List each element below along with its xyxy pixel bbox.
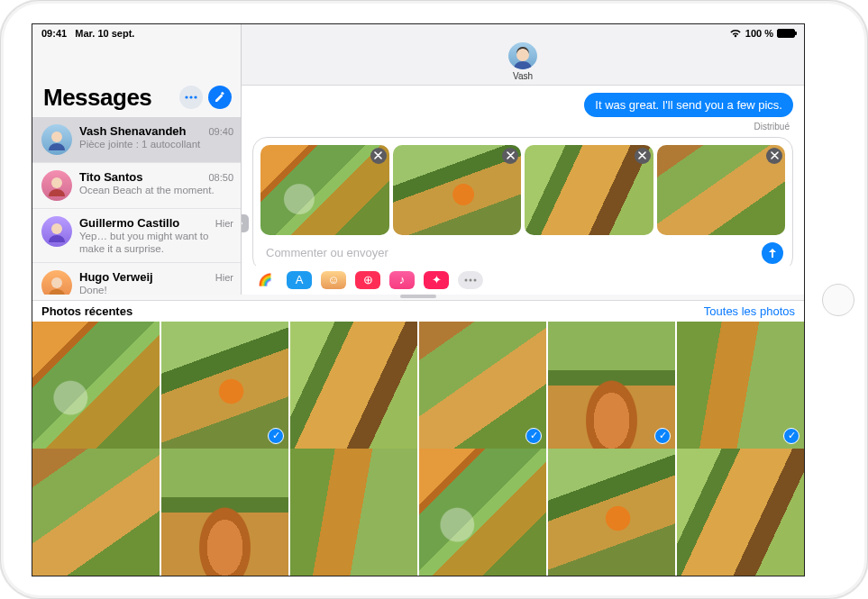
- home-button[interactable]: [822, 284, 854, 316]
- compose-button[interactable]: [208, 86, 232, 109]
- remove-photo-button[interactable]: [635, 148, 651, 164]
- chat-body: It was great. I'll send you a few pics. …: [242, 86, 804, 266]
- conversation-name: Guillermo Castillo: [79, 216, 179, 230]
- more-apps-button[interactable]: [458, 271, 483, 289]
- photo-image: [32, 322, 160, 449]
- message-row: It was great. I'll send you a few pics.: [252, 93, 793, 117]
- conversation-preview: Yep… but you might want to make it a sur…: [79, 230, 233, 256]
- svg-point-9: [470, 278, 472, 281]
- more-button[interactable]: [179, 86, 203, 109]
- photo-thumbnail[interactable]: [677, 449, 804, 576]
- photo-thumbnail: [260, 145, 389, 235]
- memoji-app[interactable]: ☺: [321, 271, 346, 289]
- conversation-row[interactable]: Hugo Verweij Hier Done!: [32, 263, 241, 294]
- sidebar-header: Messages: [32, 44, 241, 117]
- photo-image: [161, 322, 288, 449]
- compose-input[interactable]: Commenter ou envoyer: [262, 244, 756, 261]
- svg-point-6: [51, 277, 62, 288]
- svg-point-2: [194, 95, 196, 98]
- svg-point-7: [516, 49, 529, 61]
- conversation-preview: Done!: [79, 284, 233, 294]
- stickers-app[interactable]: ✦: [424, 271, 449, 289]
- avatar: [41, 216, 72, 247]
- photo-picker-header: Photos récentes Toutes les photos: [32, 300, 804, 322]
- selected-checkmark-icon: ✓: [654, 428, 671, 444]
- staged-photo[interactable]: [260, 145, 389, 235]
- photo-image: [548, 322, 675, 449]
- conversation-row[interactable]: Vash Shenavandeh 09:40 Pièce jointe : 1 …: [32, 117, 241, 163]
- remove-photo-button[interactable]: [766, 148, 782, 164]
- photo-thumbnail[interactable]: ✓: [161, 322, 288, 449]
- photo-thumbnail[interactable]: [32, 322, 160, 449]
- photo-grid-row-2: [32, 449, 804, 576]
- picker-title: Photos récentes: [41, 304, 132, 318]
- svg-point-1: [189, 95, 192, 98]
- app-title: Messages: [43, 84, 174, 112]
- selected-checkmark-icon: ✓: [525, 428, 542, 444]
- selected-checkmark-icon: ✓: [783, 428, 799, 444]
- status-left: 09:41 Mar. 10 sept.: [41, 28, 134, 39]
- svg-point-10: [474, 278, 477, 281]
- photo-thumbnail: [525, 145, 653, 235]
- avatar: [41, 170, 72, 201]
- photo-thumbnail[interactable]: [290, 449, 417, 576]
- photo-thumbnail[interactable]: [548, 449, 675, 576]
- photo-thumbnail[interactable]: ✓: [677, 322, 804, 449]
- avatar: [41, 270, 72, 294]
- photo-image: [161, 449, 288, 576]
- staged-photo[interactable]: [657, 145, 786, 235]
- photo-image: [290, 322, 417, 449]
- svg-point-0: [185, 95, 187, 98]
- conversation-row[interactable]: Guillermo Castillo Hier Yep… but you mig…: [32, 209, 241, 264]
- conversation-time: Hier: [215, 272, 233, 283]
- close-icon: [507, 151, 515, 159]
- send-button[interactable]: [762, 242, 783, 264]
- conversation-row[interactable]: Tito Santos 08:50 Ocean Beach at the mom…: [32, 163, 241, 209]
- photo-thumbnail[interactable]: ✓: [419, 322, 546, 449]
- all-photos-link[interactable]: Toutes les photos: [704, 304, 795, 318]
- photo-thumbnail[interactable]: ✓: [548, 322, 675, 449]
- status-time: 09:41: [41, 28, 67, 39]
- search-images-app[interactable]: ⊕: [355, 271, 380, 289]
- remove-photo-button[interactable]: [370, 148, 387, 164]
- conversation-time: 09:40: [208, 126, 233, 137]
- remove-photo-button[interactable]: [502, 148, 518, 164]
- photos-app[interactable]: 🌈: [252, 271, 278, 289]
- photo-thumbnail[interactable]: [290, 322, 417, 449]
- sent-message-bubble[interactable]: It was great. I'll send you a few pics.: [584, 93, 793, 117]
- conversations-sidebar: Messages Vash Shenavandeh 09:40 Pièce jo…: [32, 24, 242, 295]
- screen: 09:41 Mar. 10 sept. 100 % Messages: [32, 23, 805, 576]
- music-app[interactable]: ♪: [389, 271, 415, 289]
- photo-grid-row-1: ✓✓✓✓: [32, 322, 804, 449]
- conversation-time: Hier: [215, 218, 233, 229]
- close-icon: [771, 151, 779, 159]
- memoji-icon: [46, 275, 68, 294]
- staged-photos-row: [260, 145, 785, 235]
- photo-image: [548, 449, 675, 576]
- contact-name: Vash: [513, 71, 533, 81]
- chevron-right-icon: [242, 219, 244, 228]
- staged-photo[interactable]: [525, 145, 653, 235]
- photo-thumbnail[interactable]: [419, 449, 546, 576]
- ellipsis-icon: [185, 95, 197, 99]
- photo-thumbnail[interactable]: [32, 449, 160, 576]
- expand-staged-button[interactable]: [242, 214, 249, 232]
- delivery-status: Distribué: [252, 122, 793, 132]
- avatar: [41, 124, 72, 155]
- staged-photo[interactable]: [393, 145, 522, 235]
- conversation-time: 08:50: [208, 172, 233, 183]
- memoji-icon: [46, 129, 68, 150]
- memoji-icon: [46, 175, 68, 196]
- memoji-icon: [511, 46, 535, 69]
- photo-image: [290, 449, 417, 576]
- status-bar: 09:41 Mar. 10 sept. 100 %: [32, 24, 804, 42]
- svg-point-5: [51, 223, 62, 234]
- photo-image: [32, 449, 160, 576]
- photo-thumbnail[interactable]: [161, 449, 288, 576]
- svg-point-8: [465, 278, 468, 281]
- close-icon: [638, 151, 646, 159]
- app-drawer: 🌈A☺⊕♪✦: [242, 266, 804, 295]
- drag-handle[interactable]: [400, 295, 436, 298]
- compose-icon: [214, 91, 226, 104]
- appstore-app[interactable]: A: [287, 271, 312, 289]
